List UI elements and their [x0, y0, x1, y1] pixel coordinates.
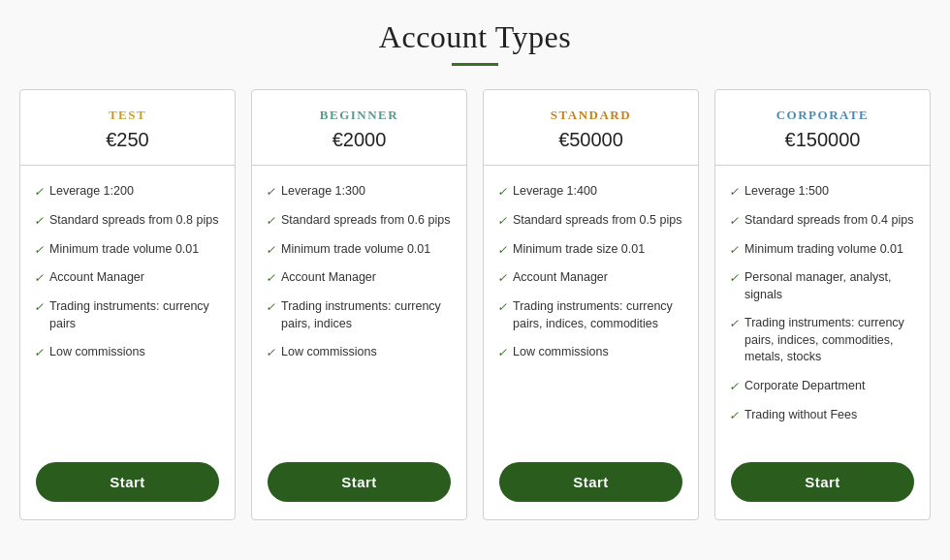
card-footer-beginner: Start: [252, 449, 466, 519]
feature-text: Low commissions: [49, 344, 145, 361]
start-button-test[interactable]: Start: [36, 462, 219, 502]
feature-item: ✓Trading instruments: currency pairs, in…: [266, 298, 453, 332]
check-icon: ✓: [34, 299, 44, 316]
card-type-label-corporate: CORPORATE: [727, 108, 918, 123]
feature-text: Account Manager: [49, 269, 144, 287]
feature-item: ✓Leverage 1:200: [34, 183, 221, 201]
feature-text: Standard spreads from 0.6 pips: [281, 212, 450, 230]
feature-item: ✓Leverage 1:500: [729, 183, 916, 201]
feature-item: ✓Low commissions: [497, 344, 684, 361]
check-icon: ✓: [497, 184, 507, 201]
check-icon: ✓: [497, 242, 507, 259]
card-beginner: BEGINNER€2000✓Leverage 1:300✓Standard sp…: [251, 89, 467, 520]
card-price-beginner: €2000: [264, 129, 455, 151]
card-test: TEST€250✓Leverage 1:200✓Standard spreads…: [19, 89, 236, 520]
feature-item: ✓Trading instruments: currency pairs, in…: [729, 315, 916, 366]
feature-text: Leverage 1:200: [49, 183, 134, 201]
card-type-label-standard: STANDARD: [495, 108, 686, 123]
feature-item: ✓Trading instruments: currency pairs: [34, 298, 221, 332]
feature-text: Minimum trade size 0.01: [513, 241, 645, 259]
card-header-beginner: BEGINNER€2000: [252, 90, 466, 166]
feature-item: ✓Standard spreads from 0.5 pips: [497, 212, 684, 230]
check-icon: ✓: [497, 213, 507, 230]
card-footer-test: Start: [20, 449, 235, 519]
feature-item: ✓Minimum trade volume 0.01: [34, 241, 221, 259]
feature-text: Trading without Fees: [744, 407, 857, 424]
check-icon: ✓: [34, 270, 44, 287]
card-standard: STANDARD€50000✓Leverage 1:400✓Standard s…: [483, 89, 699, 520]
feature-text: Account Manager: [513, 269, 608, 287]
feature-text: Low commissions: [281, 344, 377, 361]
start-button-standard[interactable]: Start: [499, 462, 682, 502]
feature-item: ✓Standard spreads from 0.6 pips: [266, 212, 453, 230]
feature-text: Minimum trade volume 0.01: [49, 241, 199, 259]
check-icon: ✓: [34, 242, 44, 259]
check-icon: ✓: [729, 242, 739, 259]
feature-text: Trading instruments: currency pairs, ind…: [513, 298, 684, 332]
start-button-corporate[interactable]: Start: [731, 462, 914, 502]
card-price-test: €250: [32, 129, 223, 151]
feature-item: ✓Minimum trading volume 0.01: [729, 241, 916, 259]
check-icon: ✓: [497, 299, 507, 316]
check-icon: ✓: [729, 379, 739, 395]
check-icon: ✓: [729, 316, 739, 332]
check-icon: ✓: [729, 213, 739, 230]
feature-text: Standard spreads from 0.4 pips: [744, 212, 913, 230]
feature-text: Account Manager: [281, 269, 376, 287]
feature-text: Standard spreads from 0.5 pips: [513, 212, 681, 230]
feature-text: Personal manager, analyst, signals: [744, 269, 916, 303]
check-icon: ✓: [497, 270, 507, 287]
feature-item: ✓Trading instruments: currency pairs, in…: [497, 298, 684, 332]
feature-text: Trading instruments: currency pairs, ind…: [744, 315, 916, 366]
feature-item: ✓Corporate Department: [729, 378, 916, 395]
cards-container: TEST€250✓Leverage 1:200✓Standard spreads…: [19, 89, 931, 520]
check-icon: ✓: [729, 408, 739, 424]
feature-text: Minimum trading volume 0.01: [744, 241, 903, 259]
feature-text: Leverage 1:400: [513, 183, 597, 201]
check-icon: ✓: [266, 270, 275, 287]
feature-item: ✓Low commissions: [266, 344, 453, 361]
check-icon: ✓: [266, 299, 275, 316]
feature-item: ✓Leverage 1:300: [266, 183, 453, 201]
card-price-standard: €50000: [495, 129, 686, 151]
check-icon: ✓: [266, 184, 275, 201]
check-icon: ✓: [729, 184, 739, 201]
card-type-label-beginner: BEGINNER: [264, 108, 455, 123]
feature-text: Corporate Department: [744, 378, 865, 395]
feature-text: Standard spreads from 0.8 pips: [49, 212, 218, 230]
title-underline: [452, 63, 498, 66]
feature-item: ✓Account Manager: [34, 269, 221, 287]
feature-text: Leverage 1:300: [281, 183, 365, 201]
card-footer-standard: Start: [484, 449, 698, 519]
card-header-standard: STANDARD€50000: [484, 90, 698, 166]
card-features-test: ✓Leverage 1:200✓Standard spreads from 0.…: [20, 166, 235, 449]
card-corporate: CORPORATE€150000✓Leverage 1:500✓Standard…: [714, 89, 931, 520]
card-header-test: TEST€250: [20, 90, 235, 166]
card-features-standard: ✓Leverage 1:400✓Standard spreads from 0.…: [484, 166, 698, 449]
feature-text: Trading instruments: currency pairs, ind…: [281, 298, 453, 332]
check-icon: ✓: [266, 213, 275, 230]
check-icon: ✓: [266, 242, 275, 259]
check-icon: ✓: [34, 184, 44, 201]
card-header-corporate: CORPORATE€150000: [715, 90, 930, 166]
check-icon: ✓: [34, 213, 44, 230]
feature-item: ✓Standard spreads from 0.8 pips: [34, 212, 221, 230]
card-type-label-test: TEST: [32, 108, 223, 123]
feature-item: ✓Low commissions: [34, 344, 221, 361]
feature-text: Trading instruments: currency pairs: [49, 298, 221, 332]
feature-item: ✓Account Manager: [497, 269, 684, 287]
card-footer-corporate: Start: [715, 449, 930, 519]
check-icon: ✓: [729, 270, 739, 287]
feature-text: Minimum trade volume 0.01: [281, 241, 430, 259]
feature-text: Leverage 1:500: [744, 183, 829, 201]
card-features-corporate: ✓Leverage 1:500✓Standard spreads from 0.…: [715, 166, 930, 449]
feature-item: ✓Account Manager: [266, 269, 453, 287]
feature-item: ✓Minimum trade size 0.01: [497, 241, 684, 259]
feature-item: ✓Leverage 1:400: [497, 183, 684, 201]
feature-item: ✓Personal manager, analyst, signals: [729, 269, 916, 303]
feature-item: ✓Trading without Fees: [729, 407, 916, 424]
feature-text: Low commissions: [513, 344, 609, 361]
feature-item: ✓Minimum trade volume 0.01: [266, 241, 453, 259]
start-button-beginner[interactable]: Start: [268, 462, 451, 502]
check-icon: ✓: [34, 345, 44, 361]
